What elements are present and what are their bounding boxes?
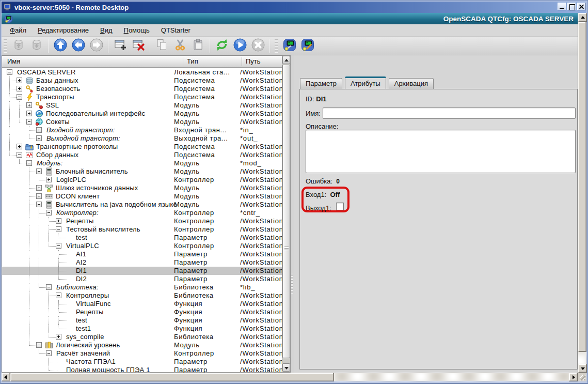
tree-row[interactable]: БезопасностьПодсистема/WorkStation (2, 85, 282, 93)
paste-button[interactable] (189, 38, 207, 54)
menu-qtstarter[interactable]: QTStarter (155, 25, 196, 36)
qtstarter-button[interactable] (298, 38, 316, 54)
tree-row[interactable]: Выходной транспорт:Выходной тра...*out_ (2, 134, 282, 143)
description-textarea[interactable] (306, 130, 576, 173)
tree-row[interactable]: VirtualFuncФункция/WorkStation (2, 300, 282, 308)
tree-row[interactable]: AI2Параметр/WorkStation (2, 258, 282, 267)
remote-scroll-down-button[interactable] (578, 364, 587, 373)
tree-expander-expand[interactable] (56, 218, 61, 224)
output1-checkbox[interactable] (336, 203, 344, 210)
tree-row[interactable]: РецептыФункция/WorkStation (2, 308, 282, 316)
window-titlebar[interactable]: vbox-server:5050 - Remote Desktop (2, 2, 586, 13)
tree-expander-collapse[interactable] (7, 69, 12, 75)
tree-expander-collapse[interactable] (56, 226, 61, 232)
toolbar-handle[interactable] (4, 39, 7, 53)
tree-expander-collapse[interactable] (56, 243, 61, 249)
maximize-button[interactable] (567, 3, 576, 10)
stop-button[interactable] (249, 38, 267, 54)
toolbar-handle[interactable] (275, 39, 278, 53)
cut-button[interactable] (171, 38, 189, 54)
tree-expander-expand[interactable] (36, 185, 42, 191)
tree-expander-expand[interactable] (17, 144, 22, 149)
remote-vertical-scrollbar[interactable] (578, 13, 586, 373)
tree-expander-expand[interactable] (36, 127, 42, 133)
tab-attributes[interactable]: Атрибуты (345, 76, 386, 89)
tree-row[interactable]: КонтроллерыБиблиотека/WorkStation (2, 291, 282, 300)
menu-help[interactable]: Помощь (118, 25, 155, 36)
tree-expander-expand[interactable] (36, 135, 42, 141)
up-button[interactable] (51, 38, 69, 54)
tree-row[interactable]: Частота ГПЭА1Параметр/WorkStation (2, 358, 282, 366)
refresh-button[interactable] (213, 38, 231, 54)
tree-scroll-up-button[interactable] (282, 56, 290, 64)
tree-row[interactable]: Тестовый вычислительКонтроллер/WorkStati… (2, 225, 282, 234)
tree-expander-expand[interactable] (36, 193, 42, 199)
tree-expander-collapse[interactable] (56, 293, 61, 298)
tree-scroll-down-button[interactable] (282, 363, 290, 372)
remote-scroll-left-button[interactable] (2, 373, 10, 381)
tree-scroll-thumb[interactable] (282, 65, 290, 358)
tree-expander-collapse[interactable] (36, 342, 42, 348)
remote-vscroll-thumb[interactable] (578, 22, 586, 352)
forward-button[interactable] (87, 38, 105, 54)
tree-row[interactable]: Транспортные протоколыПодсистема/WorkSta… (2, 143, 282, 151)
tree-row[interactable]: РецептыКонтроллер/WorkStation (2, 217, 282, 225)
remote-scroll-up-button[interactable] (578, 13, 587, 22)
tree-row[interactable]: VirtualPLCКонтроллер/WorkStation (2, 242, 282, 250)
copy-button[interactable] (153, 38, 171, 54)
tree-row[interactable]: Контроллер:Контроллер*cntr_ (2, 209, 282, 217)
tree-row[interactable]: СокетыМодуль/WorkStation (2, 118, 282, 126)
menu-file[interactable]: Файл (4, 25, 32, 36)
tree-row[interactable]: sys_compileБиблиотека/WorkStation (2, 333, 282, 341)
menu-view[interactable]: Вид (94, 25, 118, 36)
tree-expander-expand[interactable] (26, 102, 32, 108)
tree-vertical-scrollbar[interactable] (282, 56, 290, 372)
tree-row[interactable]: LogicPLCКонтроллер/WorkStation (2, 176, 282, 184)
qtcfg-button[interactable] (280, 38, 298, 54)
tree-row-selected[interactable]: DI1Параметр/WorkStation (2, 267, 282, 275)
resize-grip[interactable] (578, 373, 586, 381)
load-button[interactable] (9, 38, 27, 54)
tree-expander-collapse[interactable] (36, 168, 42, 174)
remote-scroll-right-button[interactable] (569, 373, 578, 381)
tree-row[interactable]: AI1Параметр/WorkStation (2, 250, 282, 258)
close-button[interactable] (577, 3, 586, 10)
tree-row[interactable]: DCON клиентМодуль/WorkStation (2, 192, 282, 201)
tree-expander-expand[interactable] (26, 111, 32, 116)
tree-expander-collapse[interactable] (46, 284, 52, 290)
tree-row[interactable]: OSCADA SERVERЛокальная ста.../WorkStatio… (2, 68, 282, 76)
tree-row[interactable]: Блочный вычислительМодуль/WorkStation (2, 167, 282, 176)
tree-expander-collapse[interactable] (46, 350, 52, 356)
tree-expander-collapse[interactable] (36, 202, 42, 207)
tree-row[interactable]: Сбор данныхПодсистема/WorkStation (2, 151, 282, 159)
add-item-button[interactable] (111, 38, 129, 54)
start-button[interactable] (231, 38, 249, 54)
tree-row[interactable]: test1Функция/WorkStation (2, 325, 282, 333)
tree-expander-collapse[interactable] (26, 119, 32, 125)
tree-expander-collapse[interactable] (17, 152, 22, 158)
tree-row[interactable]: DI2Параметр/WorkStation (2, 275, 282, 283)
save-button[interactable] (27, 38, 45, 54)
tree-row[interactable]: Модуль:Модуль*mod_ (2, 159, 282, 167)
menu-edit[interactable]: Редактирование (32, 25, 94, 36)
tree-row[interactable]: Библиотека:Библиотека*lib_ (2, 283, 282, 291)
tree-row[interactable]: Входной транспорт:Входной тран...*in_ (2, 126, 282, 134)
tree-expander-expand[interactable] (56, 334, 61, 340)
tree-row[interactable]: ТранспортыПодсистема/WorkStation (2, 93, 282, 101)
name-input[interactable] (323, 107, 576, 119)
tab-archiving[interactable]: Архивация (389, 78, 434, 89)
tree-expander-expand[interactable] (17, 78, 22, 83)
tree-row[interactable]: Логический уровеньМодуль/WorkStation (2, 341, 282, 349)
tree-header-name[interactable]: Имя (7, 56, 20, 67)
tree-row[interactable]: testПараметр/WorkStation (2, 234, 282, 242)
remote-horizontal-scrollbar[interactable] (2, 373, 578, 381)
tree-row[interactable]: Расчёт значенийКонтроллер/WorkStation (2, 349, 282, 358)
tree-expander-collapse[interactable] (46, 210, 52, 216)
tree-row[interactable]: Последовательный интерфейсМодуль/WorkSta… (2, 110, 282, 118)
back-button[interactable] (69, 38, 87, 54)
tree-header-path[interactable]: Путь (246, 56, 261, 67)
tree-header-type[interactable]: Тип (187, 56, 198, 67)
tree-row[interactable]: Шлюз источников данныхМодуль/WorkStation (2, 184, 282, 192)
tree-row[interactable]: Вычислитель на java подобном языкеМодуль… (2, 201, 282, 209)
tree-row[interactable]: Полная мощность ГПЭА 1Параметр/WorkStati… (2, 366, 282, 373)
